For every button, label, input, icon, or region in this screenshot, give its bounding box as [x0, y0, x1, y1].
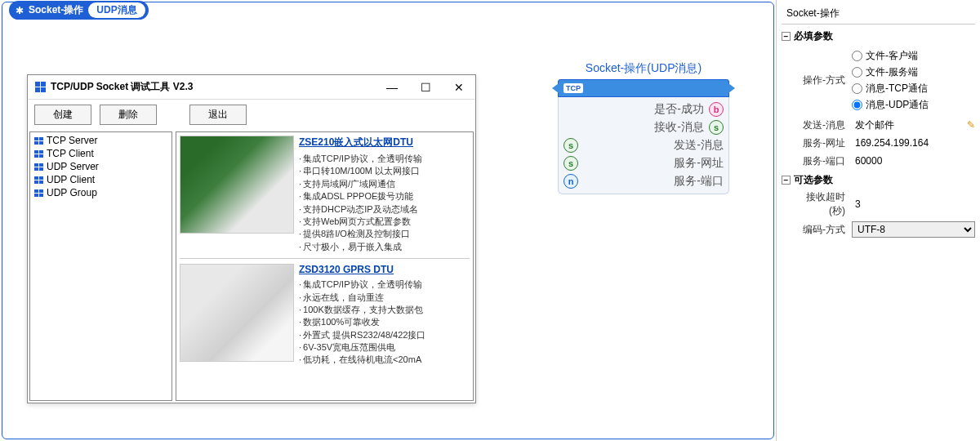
- radio-input[interactable]: [852, 100, 862, 110]
- encoding-select[interactable]: UTF-8: [852, 221, 975, 238]
- tcp-badge-icon: TCP: [564, 83, 583, 93]
- server-port-label: 服务-端口: [793, 154, 852, 168]
- op-mode-option[interactable]: 文件-客户端: [852, 49, 975, 63]
- server-icon: [33, 163, 43, 171]
- server-icon: [33, 149, 43, 158]
- server-addr-input[interactable]: [852, 136, 975, 150]
- create-button[interactable]: 创建: [34, 105, 91, 125]
- tree-item[interactable]: TCP Client: [32, 147, 170, 160]
- radio-input[interactable]: [852, 83, 862, 94]
- collapse-icon[interactable]: −: [782, 32, 791, 41]
- encoding-label: 编码-方式: [793, 223, 852, 237]
- connection-tree[interactable]: TCP ServerTCP ClientUDP ServerUDP Client…: [29, 131, 172, 401]
- radio-input[interactable]: [852, 51, 862, 61]
- server-addr-label: 服务-网址: [793, 136, 852, 150]
- port-icon[interactable]: n: [564, 174, 578, 189]
- timeout-label: 接收超时(秒): [793, 190, 852, 218]
- node-output[interactable]: 是否-成功b: [564, 100, 724, 118]
- node-input[interactable]: s发送-消息: [564, 136, 724, 154]
- node-output[interactable]: 接收-消息s: [564, 118, 724, 136]
- breadcrumb-pill: ✱ Socket-操作 UDP消息: [9, 1, 149, 20]
- server-icon: [33, 136, 43, 145]
- node-input[interactable]: n服务-端口: [564, 172, 724, 190]
- product-card: ZSE210嵌入式以太网DTU集成TCP/IP协议，全透明传输串口转10M/10…: [180, 136, 470, 259]
- breadcrumb-subtitle[interactable]: UDP消息: [88, 2, 145, 18]
- port-icon[interactable]: s: [564, 156, 578, 171]
- tree-item[interactable]: UDP Client: [32, 173, 170, 186]
- product-image: [180, 264, 294, 362]
- window-title: TCP/UDP Socket 调试工具 V2.3: [51, 80, 381, 94]
- exit-button[interactable]: 退出: [189, 105, 247, 125]
- op-mode-option[interactable]: 消息-UDP通信: [852, 98, 975, 112]
- node-title[interactable]: Socket-操作(UDP消息): [558, 61, 729, 76]
- product-image: [180, 136, 294, 234]
- product-link[interactable]: ZSD3120 GPRS DTU: [299, 264, 425, 275]
- property-tab[interactable]: Socket-操作: [782, 3, 975, 24]
- required-section-header[interactable]: − 必填参数: [782, 29, 975, 43]
- property-panel: Socket-操作 − 必填参数 操作-方式 文件-客户端文件-服务端消息-TC…: [776, 0, 980, 441]
- tree-item[interactable]: UDP Group: [32, 186, 170, 199]
- send-msg-input[interactable]: [852, 118, 964, 132]
- timeout-input[interactable]: [852, 197, 975, 212]
- node-input[interactable]: s服务-网址: [564, 154, 724, 172]
- node-header[interactable]: TCP: [558, 79, 729, 97]
- breadcrumb-title: Socket-操作: [29, 3, 83, 17]
- maximize-button[interactable]: ☐: [416, 81, 436, 94]
- edit-icon[interactable]: ✎: [967, 119, 975, 131]
- port-icon[interactable]: s: [564, 138, 578, 153]
- app-icon: [34, 82, 46, 93]
- product-panel[interactable]: ZSE210嵌入式以太网DTU集成TCP/IP协议，全透明传输串口转10M/10…: [176, 131, 474, 401]
- canvas[interactable]: ✱ Socket-操作 UDP消息 TCP/UDP Socket 调试工具 V2…: [2, 2, 774, 439]
- product-card: ZSD3120 GPRS DTU集成TCP/IP协议，全透明传输永远在线，自动重…: [180, 264, 470, 372]
- send-msg-label: 发送-消息: [793, 118, 852, 132]
- tree-item[interactable]: UDP Server: [32, 160, 170, 173]
- tree-item[interactable]: TCP Server: [32, 134, 170, 147]
- collapse-icon[interactable]: −: [782, 176, 791, 185]
- product-link[interactable]: ZSE210嵌入式以太网DTU: [299, 136, 422, 149]
- optional-section-header[interactable]: − 可选参数: [782, 173, 975, 187]
- debug-window: TCP/UDP Socket 调试工具 V2.3 — ☐ ✕ 创建 删除 退出 …: [27, 74, 476, 403]
- window-titlebar[interactable]: TCP/UDP Socket 调试工具 V2.3 — ☐ ✕: [28, 75, 475, 100]
- delete-button[interactable]: 删除: [100, 105, 157, 125]
- server-port-input[interactable]: [852, 154, 975, 168]
- radio-input[interactable]: [852, 67, 862, 78]
- op-mode-radios: 文件-客户端文件-服务端消息-TCP通信消息-UDP通信: [852, 47, 975, 114]
- port-icon[interactable]: b: [709, 102, 724, 117]
- close-button[interactable]: ✕: [449, 81, 469, 94]
- minimize-button[interactable]: —: [381, 81, 403, 94]
- person-walk-icon: ✱: [16, 5, 24, 16]
- server-icon: [33, 189, 43, 197]
- op-mode-option[interactable]: 消息-TCP通信: [852, 82, 975, 96]
- server-icon: [33, 176, 43, 184]
- port-icon[interactable]: s: [709, 120, 724, 135]
- flow-node[interactable]: Socket-操作(UDP消息) TCP 是否-成功b接收-消息ss发送-消息s…: [558, 61, 729, 194]
- op-mode-option[interactable]: 文件-服务端: [852, 65, 975, 79]
- op-mode-label: 操作-方式: [793, 74, 852, 87]
